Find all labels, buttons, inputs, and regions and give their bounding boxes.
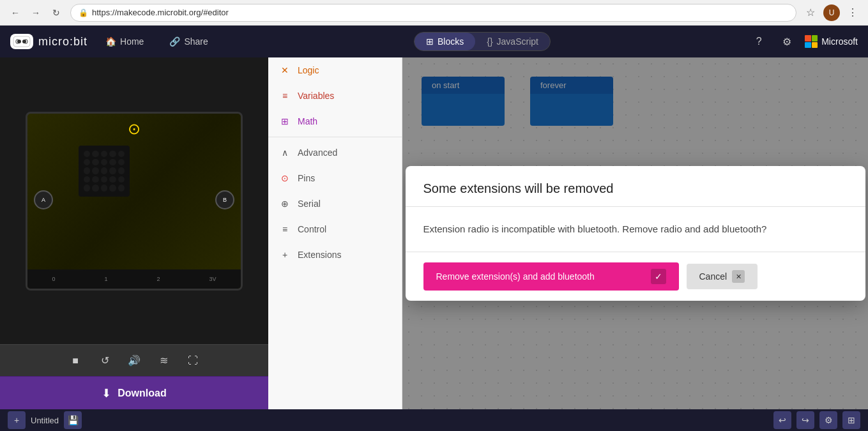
led-3-0 bbox=[84, 176, 90, 183]
slow-button[interactable]: ≋ bbox=[154, 351, 173, 370]
led-0-3 bbox=[109, 151, 116, 157]
sidebar-item-logic[interactable]: ✕ Logic bbox=[268, 57, 402, 83]
simulator-controls: ■ ↺ 🔊 ≋ ⛶ bbox=[0, 344, 268, 376]
redo-button[interactable]: ↪ bbox=[796, 411, 814, 429]
dialog-header: Some extensions will be removed bbox=[406, 166, 865, 207]
led-2-4 bbox=[118, 167, 125, 174]
home-icon: 🏠 bbox=[105, 36, 116, 47]
logo-text: micro:bit bbox=[38, 35, 88, 49]
led-4-2 bbox=[101, 185, 107, 191]
sidebar-label-math: Math bbox=[298, 116, 317, 126]
led-0-2 bbox=[101, 151, 107, 157]
browser-nav-buttons: ← → ↻ bbox=[6, 4, 65, 22]
javascript-label: JavaScript bbox=[497, 36, 538, 47]
button-b-label: B bbox=[223, 197, 227, 203]
cancel-button[interactable]: Cancel ✕ bbox=[687, 264, 758, 289]
restart-button[interactable]: ↺ bbox=[95, 351, 114, 370]
left-panel: ⊙ bbox=[0, 57, 268, 409]
zoom-button[interactable]: ⊞ bbox=[842, 411, 860, 429]
sidebar-item-variables[interactable]: ≡ Variables bbox=[268, 83, 402, 109]
serial-icon: ⊕ bbox=[278, 197, 291, 210]
refresh-button[interactable]: ↻ bbox=[47, 4, 65, 22]
ms-squares-icon bbox=[805, 35, 818, 48]
sidebar-item-serial[interactable]: ⊕ Serial bbox=[268, 191, 402, 216]
microbit-logo-symbol: ⊙ bbox=[128, 120, 141, 138]
variables-icon: ≡ bbox=[278, 89, 291, 102]
app: micro:bit 🏠 Home 🔗 Share ⊞ Blocks {} Jav… bbox=[0, 26, 868, 431]
settings-nav-button[interactable]: ⚙ bbox=[777, 31, 797, 52]
simulator-area: ⊙ bbox=[0, 57, 268, 344]
back-button[interactable]: ← bbox=[6, 4, 24, 22]
blocks-label: Blocks bbox=[438, 36, 464, 47]
save-file-button[interactable]: 💾 bbox=[64, 411, 82, 429]
sidebar-item-advanced[interactable]: ∧ Advanced bbox=[268, 140, 402, 165]
cancel-x-icon: ✕ bbox=[732, 270, 745, 283]
confirm-button[interactable]: Remove extension(s) and add bluetooth ✓ bbox=[423, 262, 679, 291]
star-button[interactable]: ☆ bbox=[802, 4, 819, 22]
pin-2: 2 bbox=[156, 276, 160, 282]
cancel-button-label: Cancel bbox=[699, 271, 727, 282]
led-4-4 bbox=[118, 185, 125, 191]
editor-settings-button[interactable]: ⚙ bbox=[819, 411, 837, 429]
browser-actions: ☆ U ⋮ bbox=[802, 4, 862, 22]
javascript-mode-button[interactable]: {} JavaScript bbox=[475, 33, 550, 50]
led-4-0 bbox=[84, 185, 90, 191]
led-1-2 bbox=[101, 159, 107, 165]
blocks-mode-button[interactable]: ⊞ Blocks bbox=[415, 33, 475, 50]
led-3-2 bbox=[101, 176, 107, 183]
forward-button[interactable]: → bbox=[27, 4, 45, 22]
dialog-footer: Remove extension(s) and add bluetooth ✓ … bbox=[406, 252, 865, 301]
confirm-check-icon: ✓ bbox=[651, 269, 666, 284]
stop-button[interactable]: ■ bbox=[66, 351, 85, 370]
home-button[interactable]: 🏠 Home bbox=[98, 33, 151, 50]
download-text: Download bbox=[118, 388, 166, 399]
sidebar-label-control: Control bbox=[298, 224, 326, 234]
control-icon: ≡ bbox=[278, 223, 291, 236]
address-bar[interactable]: 🔒 https://makecode.microbit.org/#editor bbox=[70, 4, 796, 22]
menu-button[interactable]: ⋮ bbox=[844, 4, 862, 22]
led-1-0 bbox=[84, 159, 90, 165]
blocks-sidebar: ✕ Logic ≡ Variables ⊞ Math ∧ Advanced ⊙ bbox=[268, 57, 402, 409]
sidebar-item-pins[interactable]: ⊙ Pins bbox=[268, 165, 402, 191]
add-file-button[interactable]: + bbox=[8, 411, 26, 429]
home-label: Home bbox=[120, 36, 144, 47]
led-0-0 bbox=[84, 151, 90, 157]
led-2-3 bbox=[109, 167, 116, 174]
ms-sq-green bbox=[812, 35, 818, 42]
led-4-3 bbox=[109, 185, 116, 191]
lock-icon: 🔒 bbox=[79, 8, 88, 17]
dialog-body: Extension radio is incompatible with blu… bbox=[406, 207, 865, 253]
button-b[interactable]: B bbox=[215, 190, 234, 209]
share-button[interactable]: 🔗 Share bbox=[162, 33, 215, 50]
pins-icon: ⊙ bbox=[278, 172, 291, 185]
sidebar-item-extensions[interactable]: + Extensions bbox=[268, 242, 402, 268]
download-bar[interactable]: ⬇ Download bbox=[0, 376, 268, 409]
ms-sq-red bbox=[805, 35, 811, 42]
pin-0: 0 bbox=[52, 276, 55, 282]
mode-toggle: ⊞ Blocks {} JavaScript bbox=[414, 32, 551, 51]
status-filename: Untitled bbox=[31, 416, 59, 425]
sidebar-label-serial: Serial bbox=[298, 199, 321, 209]
help-button[interactable]: ? bbox=[749, 31, 769, 52]
block-editor[interactable]: on start forever Some extensions will be… bbox=[402, 57, 868, 409]
pin-1: 1 bbox=[104, 276, 107, 282]
user-avatar[interactable]: U bbox=[823, 4, 840, 21]
undo-button[interactable]: ↩ bbox=[773, 411, 791, 429]
ms-sq-yellow bbox=[812, 42, 818, 49]
dialog-message: Extension radio is incompatible with blu… bbox=[423, 222, 848, 237]
sidebar-item-math[interactable]: ⊞ Math bbox=[268, 109, 402, 134]
status-right: ↩ ↪ ⚙ ⊞ bbox=[773, 411, 860, 429]
top-nav: micro:bit 🏠 Home 🔗 Share ⊞ Blocks {} Jav… bbox=[0, 26, 868, 57]
sidebar-item-control[interactable]: ≡ Control bbox=[268, 216, 402, 242]
led-3-1 bbox=[92, 176, 98, 183]
confirm-button-label: Remove extension(s) and add bluetooth bbox=[436, 271, 595, 282]
dialog: Some extensions will be removed Extensio… bbox=[406, 166, 865, 301]
led-2-0 bbox=[84, 167, 90, 174]
fullscreen-button[interactable]: ⛶ bbox=[183, 351, 202, 370]
main-content: ⊙ bbox=[0, 57, 868, 409]
button-a[interactable]: A bbox=[34, 190, 53, 209]
mute-button[interactable]: 🔊 bbox=[125, 351, 144, 370]
sidebar-scroll: ✕ Logic ≡ Variables ⊞ Math ∧ Advanced ⊙ bbox=[268, 57, 402, 409]
logo: micro:bit bbox=[10, 34, 88, 49]
microbit-image: ⊙ bbox=[26, 112, 243, 291]
